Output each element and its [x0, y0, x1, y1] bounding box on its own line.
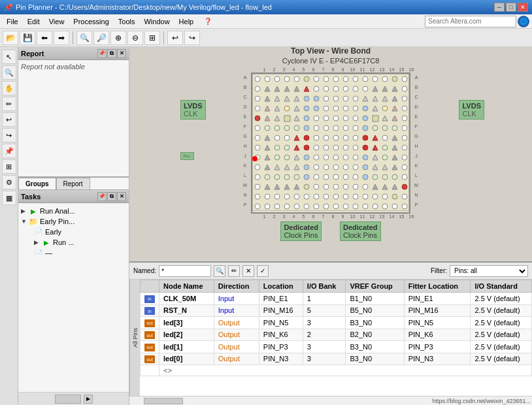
- tasks-float-btn[interactable]: ⧉: [107, 192, 116, 201]
- tasks-close-btn[interactable]: ✕: [117, 192, 126, 201]
- svg-point-42: [343, 96, 348, 101]
- svg-point-97: [255, 135, 260, 140]
- table-row[interactable]: out led[1] Output PIN_P3 3 B3_N0 PIN_P3 …: [141, 341, 532, 353]
- filter-dropdown[interactable]: Pins: all Pins: assigned Pins: unassigne…: [450, 265, 528, 277]
- minimize-button[interactable]: ─: [494, 3, 505, 12]
- menu-file[interactable]: File: [3, 16, 22, 27]
- svg-point-214: [304, 204, 309, 209]
- task-early[interactable]: 📄 Early: [21, 227, 126, 237]
- svg-point-113: [255, 145, 260, 150]
- left-icon-select[interactable]: ↖: [2, 50, 16, 64]
- left-icon-draw[interactable]: ✏: [2, 97, 16, 111]
- named-input[interactable]: [159, 265, 211, 277]
- menu-view[interactable]: View: [45, 16, 69, 27]
- table-row[interactable]: in CLK_50M Input PIN_E1 1 B1_N0 PIN_E1 2…: [141, 293, 532, 305]
- horizontal-scrollbar-thumb[interactable]: [144, 398, 183, 404]
- tb-btn-1[interactable]: 📂: [3, 31, 18, 45]
- close-button[interactable]: ✕: [518, 3, 528, 12]
- col-header-vref[interactable]: VREF Group: [346, 280, 404, 293]
- col-header-standard[interactable]: I/O Standard: [471, 280, 532, 293]
- svg-point-156: [363, 165, 368, 170]
- filter-delete-icon[interactable]: ✕: [242, 265, 254, 277]
- task-early-pin[interactable]: ▼ 📁 Early Pin...: [21, 216, 126, 227]
- menu-processing[interactable]: Processing: [69, 16, 112, 27]
- tb-btn-3[interactable]: ⬅: [37, 31, 52, 45]
- filter-search-icon[interactable]: 🔍: [214, 265, 225, 277]
- left-icon-pin[interactable]: 📌: [2, 144, 16, 158]
- filter-check-icon[interactable]: ✓: [257, 265, 269, 277]
- table-row[interactable]: out led[0] Output PIN_N3 3 B3_N0 PIN_N3 …: [141, 353, 532, 365]
- maximize-button[interactable]: □: [506, 3, 516, 12]
- svg-point-186: [343, 184, 348, 189]
- task-run[interactable]: ▶ ▶ Run ...: [21, 237, 126, 248]
- left-icon-pan[interactable]: ✋: [2, 81, 16, 95]
- col-header-location[interactable]: Location: [259, 280, 303, 293]
- menu-window[interactable]: Window: [140, 16, 173, 27]
- tb-btn-9[interactable]: ⊞: [144, 31, 160, 45]
- menu-help[interactable]: Help: [175, 16, 198, 27]
- table-row[interactable]: in RST_N Input PIN_M16 5 B5_N0 PIN_M16 2…: [141, 304, 532, 317]
- svg-point-211: [274, 204, 280, 209]
- chip-grid[interactable]: [251, 73, 410, 214]
- tab-report[interactable]: Report: [56, 178, 90, 189]
- svg-point-12: [363, 76, 368, 82]
- tb-btn-5[interactable]: 🔍: [76, 31, 92, 45]
- side-scrollbar[interactable]: [55, 395, 81, 404]
- tb-btn-10[interactable]: ↩: [167, 31, 183, 45]
- row-direction: Input: [214, 293, 259, 305]
- menu-edit[interactable]: Edit: [24, 16, 44, 27]
- tb-btn-11[interactable]: ↪: [184, 31, 200, 45]
- left-icon-zoom[interactable]: 🔍: [2, 65, 16, 80]
- left-icon-filter[interactable]: ▦: [2, 191, 16, 205]
- search-input[interactable]: [425, 16, 516, 27]
- report-close-btn[interactable]: ✕: [117, 49, 126, 58]
- svg-point-187: [353, 184, 358, 189]
- tasks-header: Tasks 📌 ⧉ ✕: [18, 190, 129, 203]
- all-pins-label[interactable]: All Pins: [129, 280, 140, 396]
- svg-point-199: [314, 194, 319, 199]
- task-run-anal[interactable]: ▶ ▶ Run Anal...: [21, 206, 126, 216]
- col-num-1: 1: [259, 67, 269, 72]
- tb-btn-8[interactable]: ⊖: [127, 31, 143, 45]
- tb-btn-4[interactable]: ➡: [54, 31, 69, 45]
- side-scroll-right[interactable]: ▶: [84, 395, 93, 404]
- svg-point-207: [392, 194, 397, 199]
- col-header-node-name[interactable]: Node Name: [159, 280, 214, 293]
- left-icon-redo[interactable]: ↪: [2, 128, 16, 142]
- svg-point-104: [324, 135, 329, 140]
- svg-point-112: [402, 135, 407, 140]
- left-icon-undo[interactable]: ↩: [2, 112, 16, 127]
- svg-point-116: [284, 145, 290, 150]
- bottom-scrollbar[interactable]: https://blog.csdn.net/weixin_423651...: [129, 396, 532, 405]
- globe-icon[interactable]: 🌐: [518, 16, 529, 27]
- svg-point-166: [304, 174, 309, 180]
- report-pin-btn[interactable]: 📌: [97, 49, 107, 58]
- col-header-bank[interactable]: I/O Bank: [303, 280, 346, 293]
- col-header-direction[interactable]: Direction: [214, 280, 259, 293]
- left-icon-prop[interactable]: ⚙: [2, 175, 16, 189]
- task-extra[interactable]: 📄 —: [21, 248, 126, 258]
- tb-btn-6[interactable]: 🔎: [93, 31, 109, 45]
- svg-point-216: [324, 204, 329, 209]
- filter-edit-icon[interactable]: ✏: [228, 265, 240, 277]
- report-float-btn[interactable]: ⧉: [107, 49, 116, 58]
- svg-point-172: [363, 174, 368, 180]
- svg-point-14: [382, 76, 388, 82]
- new-node-row[interactable]: <>: [141, 365, 532, 376]
- svg-point-115: [274, 145, 280, 150]
- row-location: PIN_N3: [259, 353, 303, 365]
- svg-point-198: [304, 194, 309, 199]
- help-icon-btn[interactable]: ❓: [204, 18, 212, 25]
- menu-tools[interactable]: Tools: [114, 16, 139, 27]
- svg-point-213: [294, 204, 299, 209]
- left-icon-grid[interactable]: ⊞: [2, 159, 16, 174]
- tab-groups[interactable]: Groups: [18, 178, 56, 189]
- col-num-2: 2: [269, 67, 279, 72]
- tasks-pin-btn[interactable]: 📌: [97, 192, 107, 201]
- table-row[interactable]: out led[2] Output PIN_K6 2 B2_N0 PIN_K6 …: [141, 329, 532, 341]
- table-row[interactable]: out led[3] Output PIN_N5 3 B3_N0 PIN_N5 …: [141, 317, 532, 329]
- tb-btn-7[interactable]: ⊕: [110, 31, 126, 45]
- row-standard: 2.5 V (default): [471, 341, 532, 353]
- tb-btn-2[interactable]: 💾: [20, 31, 35, 45]
- col-header-fitter[interactable]: Fitter Location: [404, 280, 471, 293]
